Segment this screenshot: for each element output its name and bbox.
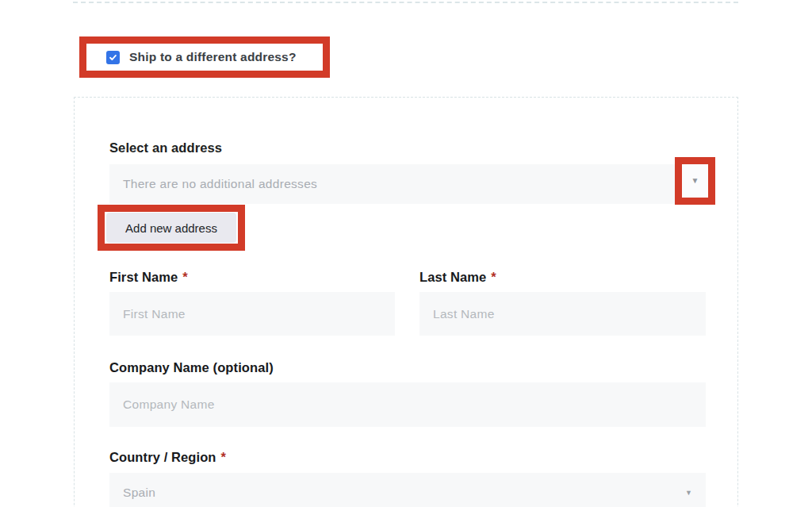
company-name-label-text: Company Name (optional) <box>109 360 274 374</box>
first-name-input[interactable] <box>109 292 395 336</box>
country-select[interactable]: Spain ▼ <box>109 473 706 507</box>
first-name-label-text: First Name <box>109 270 178 284</box>
address-select-value: There are no additional addresses <box>123 177 317 191</box>
section-divider <box>73 2 738 3</box>
add-new-address-button[interactable]: Add new address <box>106 213 236 243</box>
select-address-label: Select an address <box>109 140 222 156</box>
address-select-dropdown-arrow-icon[interactable]: ▼ <box>691 177 699 185</box>
ship-different-address-checkbox[interactable] <box>106 51 120 64</box>
ship-different-address-label[interactable]: Ship to a different address? <box>129 50 297 64</box>
company-name-input[interactable] <box>109 382 706 427</box>
first-name-label: First Name* <box>109 270 188 285</box>
last-name-label-text: Last Name <box>419 270 486 284</box>
country-select-value: Spain <box>123 486 155 500</box>
annotation-box-ship-checkbox: Ship to a different address? <box>79 36 330 78</box>
country-region-label-text: Country / Region <box>109 450 216 464</box>
required-marker: * <box>491 270 496 284</box>
annotation-box-select-arrow: ▼ <box>675 157 715 205</box>
required-marker: * <box>182 270 188 284</box>
last-name-input[interactable] <box>419 292 706 336</box>
annotation-box-add-address: Add new address <box>98 205 245 251</box>
ship-checkbox-row: Ship to a different address? <box>86 44 323 71</box>
required-marker: * <box>221 450 227 464</box>
country-dropdown-arrow-icon: ▼ <box>685 490 692 497</box>
last-name-label: Last Name* <box>419 270 496 285</box>
address-select[interactable]: There are no additional addresses <box>109 164 706 204</box>
company-name-label: Company Name (optional) <box>109 360 274 375</box>
checkout-shipping-section: Ship to a different address? Select an a… <box>0 0 812 507</box>
country-region-label: Country / Region* <box>109 450 226 465</box>
checkmark-icon <box>109 53 117 62</box>
